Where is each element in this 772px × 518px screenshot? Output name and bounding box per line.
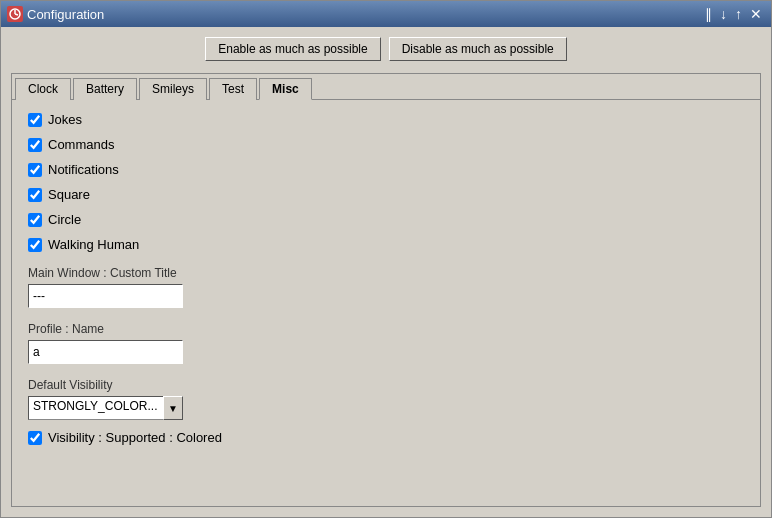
- default-visibility-group: Default Visibility STRONGLY_COLOR... ▼: [28, 378, 744, 420]
- tab-misc[interactable]: Misc: [259, 78, 312, 100]
- profile-label: Profile : Name: [28, 322, 744, 336]
- main-window: Configuration ∥ ↓ ↑ ✕ Enable as much as …: [0, 0, 772, 518]
- close-button[interactable]: ✕: [747, 6, 765, 22]
- main-window-group: Main Window : Custom Title: [28, 266, 744, 308]
- visibility-supported-label[interactable]: Visibility : Supported : Colored: [48, 430, 222, 445]
- tabs-container: Clock Battery Smileys Test Misc Jokes Co…: [11, 73, 761, 507]
- svg-line-2: [15, 14, 18, 15]
- walking-human-label[interactable]: Walking Human: [48, 237, 139, 252]
- title-bar: Configuration ∥ ↓ ↑ ✕: [1, 1, 771, 27]
- commands-checkbox[interactable]: [28, 138, 42, 152]
- notifications-label[interactable]: Notifications: [48, 162, 119, 177]
- tab-smileys[interactable]: Smileys: [139, 78, 207, 100]
- walking-human-checkbox[interactable]: [28, 238, 42, 252]
- tab-battery[interactable]: Battery: [73, 78, 137, 100]
- default-visibility-dropdown-button[interactable]: ▼: [163, 396, 183, 420]
- enable-all-button[interactable]: Enable as much as possible: [205, 37, 380, 61]
- app-icon: [7, 6, 23, 22]
- square-checkbox[interactable]: [28, 188, 42, 202]
- maximize-button[interactable]: ↑: [732, 6, 745, 22]
- square-label[interactable]: Square: [48, 187, 90, 202]
- circle-checkbox[interactable]: [28, 213, 42, 227]
- disable-all-button[interactable]: Disable as much as possible: [389, 37, 567, 61]
- default-visibility-label: Default Visibility: [28, 378, 744, 392]
- tab-test[interactable]: Test: [209, 78, 257, 100]
- visibility-supported-checkbox[interactable]: [28, 431, 42, 445]
- commands-row: Commands: [28, 137, 744, 152]
- commands-label[interactable]: Commands: [48, 137, 114, 152]
- circle-row: Circle: [28, 212, 744, 227]
- toolbar: Enable as much as possible Disable as mu…: [11, 37, 761, 61]
- main-window-label: Main Window : Custom Title: [28, 266, 744, 280]
- main-window-input[interactable]: [28, 284, 183, 308]
- circle-label[interactable]: Circle: [48, 212, 81, 227]
- jokes-label[interactable]: Jokes: [48, 112, 82, 127]
- title-bar-controls: ∥ ↓ ↑ ✕: [702, 6, 765, 22]
- misc-tab-content: Jokes Commands Notifications Square Circ: [12, 100, 760, 506]
- tab-bar: Clock Battery Smileys Test Misc: [12, 74, 760, 100]
- jokes-checkbox[interactable]: [28, 113, 42, 127]
- window-content: Enable as much as possible Disable as mu…: [1, 27, 771, 517]
- profile-group: Profile : Name: [28, 322, 744, 364]
- minimize-button[interactable]: ∥: [702, 6, 715, 22]
- walking-human-row: Walking Human: [28, 237, 744, 252]
- window-title: Configuration: [27, 7, 104, 22]
- title-bar-left: Configuration: [7, 6, 104, 22]
- square-row: Square: [28, 187, 744, 202]
- profile-input[interactable]: [28, 340, 183, 364]
- restore-button[interactable]: ↓: [717, 6, 730, 22]
- jokes-row: Jokes: [28, 112, 744, 127]
- notifications-row: Notifications: [28, 162, 744, 177]
- default-visibility-value: STRONGLY_COLOR...: [28, 396, 163, 420]
- notifications-checkbox[interactable]: [28, 163, 42, 177]
- default-visibility-select-container: STRONGLY_COLOR... ▼: [28, 396, 183, 420]
- visibility-supported-row: Visibility : Supported : Colored: [28, 430, 744, 445]
- tab-clock[interactable]: Clock: [15, 78, 71, 100]
